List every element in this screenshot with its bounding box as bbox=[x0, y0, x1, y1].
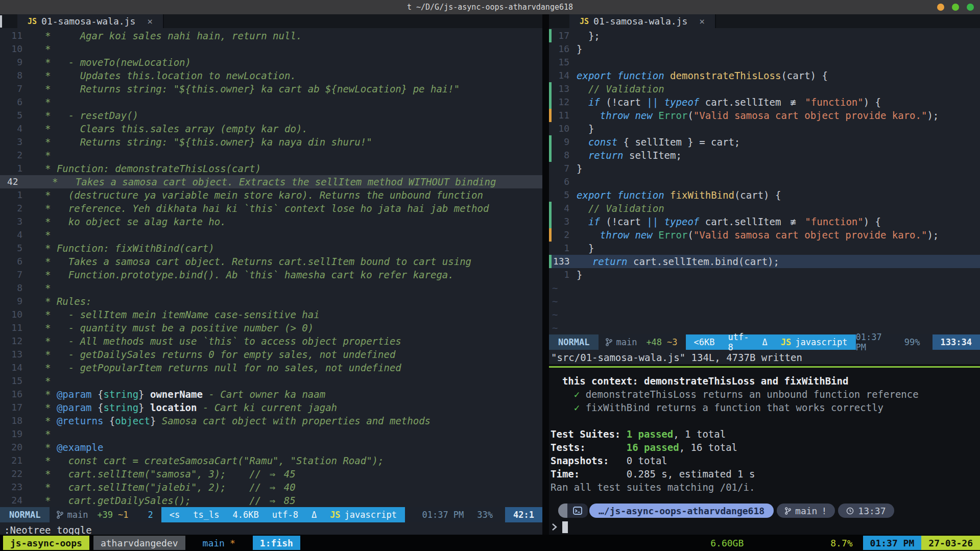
code-line[interactable]: 14export function demonstrateThisLoss(ca… bbox=[549, 69, 980, 82]
code-line[interactable]: 42* Takes a samosa cart object. Extracts… bbox=[0, 175, 542, 188]
line-number: 3 bbox=[0, 135, 28, 149]
code-line[interactable]: 23* cart.sellItem("jalebi", 2); // ⇒ 40 bbox=[0, 481, 542, 494]
code-line[interactable]: 1* Function: demonstrateThisLoss(cart) bbox=[0, 162, 542, 175]
code-line[interactable]: 24* cart.getDailySales(); // ⇒ 85 bbox=[0, 494, 542, 507]
status-chunk-item: utf-8 bbox=[272, 510, 298, 520]
line-number: 15 bbox=[549, 56, 573, 69]
code-line[interactable]: 2* bbox=[0, 149, 542, 162]
code-line[interactable]: 11 throw new Error("Valid samosa cart ob… bbox=[549, 109, 980, 122]
test-output: this context: demonstrateThisLoss and fi… bbox=[551, 374, 980, 494]
code-line[interactable]: 16* @param {string} ownerName - Cart own… bbox=[0, 388, 542, 401]
code-line[interactable]: 17 }; bbox=[549, 29, 980, 42]
code-line[interactable]: 3 if (!cart || typeof cart.sellItem ≢ "f… bbox=[549, 215, 980, 228]
tab-01-samosa-wala[interactable]: JS 01-samosa-wala.js × bbox=[17, 14, 164, 28]
shell-input-line[interactable] bbox=[551, 520, 568, 534]
code-line[interactable]: 1* (destructure ya variable mein store k… bbox=[0, 188, 542, 202]
code-line[interactable]: 9* - moveTo(newLocation) bbox=[0, 56, 542, 69]
code-line[interactable]: 3* Returns string: "${this.owner} ka nay… bbox=[0, 135, 542, 149]
line-number: 19 bbox=[0, 427, 28, 441]
javascript-icon: JS bbox=[580, 17, 589, 26]
code-line[interactable]: 1 } bbox=[549, 242, 980, 255]
terminal-window: t ~/D/G/js-async-oops-atharvdange618 JS … bbox=[0, 0, 980, 551]
code-line[interactable]: 16} bbox=[549, 42, 980, 56]
code-line[interactable]: 17* @param {string} location - Cart ki c… bbox=[0, 401, 542, 414]
code-line[interactable]: 2* reference. Yeh dikhata hai ki `this` … bbox=[0, 202, 542, 215]
line-number: 8 bbox=[0, 281, 28, 295]
code-line[interactable]: 15 bbox=[549, 56, 980, 69]
close-icon[interactable]: × bbox=[699, 16, 705, 27]
terminal-line: ✓ demonstrateThisLoss returns an unbound… bbox=[551, 388, 980, 401]
code-line[interactable]: 5* Function: fixWithBind(cart) bbox=[0, 242, 542, 255]
code-line[interactable]: 10 } bbox=[549, 122, 980, 135]
close-button[interactable] bbox=[967, 4, 974, 11]
code-line[interactable]: 7* Function.prototype.bind(). Ab `this` … bbox=[0, 268, 542, 281]
code-line[interactable]: 13 // Validation bbox=[549, 82, 980, 95]
terminal-line: Test Suites: 1 passed, 1 total bbox=[551, 427, 980, 441]
vim-mode-badge: NORMAL bbox=[549, 334, 599, 350]
code-line[interactable]: 133 return cart.sellItem.bind(cart); bbox=[549, 255, 980, 268]
tab-01-samosa-wala[interactable]: JS 01-samosa-wala.js × bbox=[569, 14, 716, 28]
code-line[interactable]: 18* @returns {object} Samosa cart object… bbox=[0, 414, 542, 427]
code-line[interactable]: 7} bbox=[549, 162, 980, 175]
code-line[interactable]: 4 // Validation bbox=[549, 202, 980, 215]
line-number: 6 bbox=[0, 95, 28, 109]
code-line[interactable]: 9* Rules: bbox=[0, 295, 542, 308]
maximize-button[interactable] bbox=[952, 4, 959, 11]
prompt-branch-name: main bbox=[795, 506, 817, 516]
tmux-window-fish[interactable]: 1:fish bbox=[253, 536, 300, 550]
code-line[interactable]: 8 return sellItem; bbox=[549, 149, 980, 162]
code-line[interactable]: 15* bbox=[0, 374, 542, 388]
code-line[interactable]: 4* bbox=[0, 228, 542, 242]
code-text: * Returns string: "${this.owner} ka cart… bbox=[28, 82, 460, 95]
line-number: 133 bbox=[549, 255, 578, 268]
minimize-button[interactable] bbox=[937, 4, 944, 11]
terminal-line: ✓ fixWithBind returns a function that wo… bbox=[551, 401, 980, 414]
code-line[interactable]: 2 throw new Error("Valid samosa cart obj… bbox=[549, 228, 980, 242]
code-line[interactable]: 14* - getPopularItem returns null for no… bbox=[0, 361, 542, 374]
line-number: 3 bbox=[549, 215, 573, 228]
code-text: } bbox=[573, 268, 582, 281]
code-line[interactable]: 3* ko object se alag karte ho. bbox=[0, 215, 542, 228]
line-number: 4 bbox=[0, 228, 28, 242]
code-line[interactable]: 19* bbox=[0, 427, 542, 441]
code-line[interactable]: 22* cart.sellItem("samosa", 3); // ⇒ 45 bbox=[0, 467, 542, 481]
close-icon[interactable]: × bbox=[147, 16, 153, 27]
code-line[interactable]: 6* Takes a samosa cart object. Returns c… bbox=[0, 255, 542, 268]
code-line[interactable]: 12* - All methods must use `this` to acc… bbox=[0, 334, 542, 348]
code-line[interactable]: 12 if (!cart || typeof cart.sellItem ≢ "… bbox=[549, 95, 980, 109]
tmux-session-name[interactable]: js-async-oops bbox=[3, 536, 89, 550]
code-line[interactable]: 5export function fixWithBind(cart) { bbox=[549, 188, 980, 202]
code-line[interactable]: 10* - sellItem mein itemName case-sensit… bbox=[0, 308, 542, 321]
code-line[interactable]: 11* Agar koi sales nahi hain, return nul… bbox=[0, 29, 542, 42]
code-line[interactable]: 8* Updates this.location to newLocation. bbox=[0, 69, 542, 82]
code-line[interactable]: 9 const { sellItem } = cart; bbox=[549, 135, 980, 149]
line-number: 3 bbox=[0, 215, 28, 228]
code-line[interactable]: 21* const cart = createSamosaCart("Ramu"… bbox=[0, 454, 542, 467]
code-line[interactable]: 13* - getDailySales returns 0 for empty … bbox=[0, 348, 542, 361]
line-number: 11 bbox=[0, 29, 28, 42]
code-line[interactable]: 6 bbox=[549, 175, 980, 188]
code-text: * Clears this.sales array (empty kar do)… bbox=[28, 122, 308, 135]
code-text: * cart.sellItem("samosa", 3); // ⇒ 45 bbox=[28, 467, 296, 481]
prompt-git: main ! bbox=[777, 504, 835, 518]
status-chunk-item: Δ bbox=[312, 510, 317, 520]
code-line[interactable]: 11* - quantity must be a positive number… bbox=[0, 321, 542, 334]
code-line[interactable]: 4* Clears this.sales array (empty kar do… bbox=[0, 122, 542, 135]
filetype-label: javascript bbox=[345, 510, 397, 520]
code-line[interactable]: 7* Returns string: "${this.owner} ka car… bbox=[0, 82, 542, 95]
code-line[interactable]: 8* bbox=[0, 281, 542, 295]
line-number: 20 bbox=[0, 441, 28, 454]
code-line[interactable]: 5* - resetDay() bbox=[0, 109, 542, 122]
code-line[interactable]: 10* bbox=[0, 42, 542, 56]
code-line[interactable]: 1} bbox=[549, 268, 980, 281]
pane-border[interactable] bbox=[549, 366, 980, 368]
code-text: return cart.sellItem.bind(cart); bbox=[578, 255, 779, 268]
line-number: 12 bbox=[549, 95, 573, 109]
tmux-dirty-flag: * bbox=[230, 538, 235, 548]
prompt-chevron-icon bbox=[551, 522, 558, 532]
javascript-icon: JS bbox=[781, 337, 791, 347]
tmux-status-bar: js-async-oops atharvdangedev main * 1:fi… bbox=[0, 535, 980, 551]
code-line[interactable]: 20* @example bbox=[0, 441, 542, 454]
code-text: * (destructure ya variable mein store ka… bbox=[28, 188, 483, 202]
code-line[interactable]: 6* bbox=[0, 95, 542, 109]
